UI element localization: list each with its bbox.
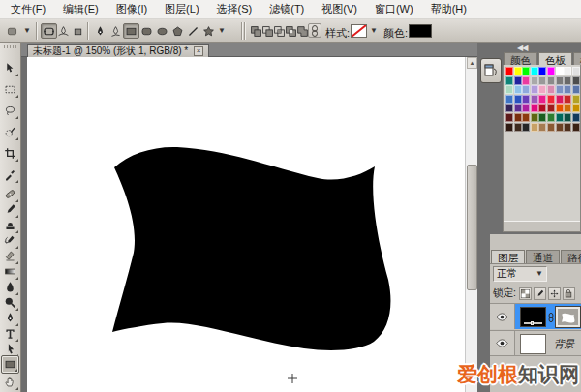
polygon-tool-button[interactable]: [169, 23, 186, 39]
color-swatch[interactable]: [522, 67, 530, 75]
color-swatch[interactable]: [547, 104, 555, 112]
vector-mask-thumbnail[interactable]: [556, 307, 580, 327]
lock-pixels-button[interactable]: [534, 287, 546, 300]
fill-pixels-button[interactable]: [70, 23, 86, 39]
eyedropper-tool[interactable]: [1, 166, 19, 184]
quick-selection-tool[interactable]: [1, 123, 19, 141]
link-style-button[interactable]: [308, 23, 321, 38]
color-swatch[interactable]: [531, 76, 538, 85]
lasso-tool[interactable]: [1, 102, 19, 120]
color-swatch[interactable]: [531, 123, 538, 132]
document-tab[interactable]: 未标题-1 @ 150% (形状 1, RGB/8) * ×: [27, 44, 209, 57]
color-swatch[interactable]: [538, 123, 546, 132]
color-swatch[interactable]: [564, 76, 571, 85]
color-swatch[interactable]: [505, 123, 513, 132]
color-swatch[interactable]: [564, 67, 571, 75]
color-swatch[interactable]: [572, 76, 580, 85]
color-swatch[interactable]: [572, 95, 580, 104]
color-swatch[interactable]: [564, 123, 571, 132]
color-swatch[interactable]: [522, 76, 530, 85]
color-swatch[interactable]: [505, 85, 513, 94]
color-swatch[interactable]: [514, 123, 522, 132]
color-swatch[interactable]: [531, 104, 538, 112]
pen-tool-button[interactable]: [92, 23, 108, 39]
color-swatch[interactable]: [522, 123, 530, 132]
menu-item[interactable]: 图层(L): [156, 0, 207, 18]
color-swatch[interactable]: [547, 85, 555, 94]
menu-item[interactable]: 选择(S): [208, 0, 261, 18]
line-tool-button[interactable]: [185, 23, 201, 39]
color-swatch[interactable]: [556, 123, 564, 132]
menu-item[interactable]: 帮助(H): [422, 0, 475, 18]
color-swatch[interactable]: [538, 76, 546, 85]
color-swatch[interactable]: [514, 67, 522, 75]
color-swatch[interactable]: [514, 76, 522, 85]
color-swatch[interactable]: [547, 113, 555, 122]
canvas-vertical-scrollbar[interactable]: ▲: [465, 57, 477, 392]
color-swatch[interactable]: [531, 67, 538, 75]
color-swatch[interactable]: [514, 85, 522, 94]
color-swatch[interactable]: [556, 95, 564, 104]
custom-shape-tool-button[interactable]: [200, 23, 217, 39]
color-swatch[interactable]: [547, 123, 555, 132]
rectangular-marquee-tool[interactable]: [1, 80, 19, 99]
color-swatch[interactable]: [538, 67, 546, 75]
layer-row-background[interactable]: 背景: [490, 330, 581, 356]
visibility-toggle[interactable]: [490, 331, 515, 355]
lock-all-button[interactable]: [563, 287, 575, 300]
color-swatch[interactable]: [514, 113, 522, 122]
freeform-pen-tool-button[interactable]: [107, 23, 124, 39]
color-swatch[interactable]: [522, 95, 530, 104]
color-swatch[interactable]: [538, 85, 546, 94]
color-swatch[interactable]: [531, 85, 538, 94]
color-swatch[interactable]: [564, 104, 571, 112]
custom-shape-arrow-icon[interactable]: ▼: [217, 23, 227, 39]
color-swatch[interactable]: [505, 95, 513, 104]
color-swatch[interactable]: [538, 104, 546, 112]
color-swatch[interactable]: [522, 104, 530, 112]
color-swatch[interactable]: [564, 95, 571, 104]
ellipse-tool-button[interactable]: [154, 23, 170, 39]
rectangle-tool-button[interactable]: [123, 23, 139, 39]
menu-item[interactable]: 滤镜(T): [260, 0, 313, 18]
tool-preset-picker[interactable]: [4, 23, 20, 39]
fill-layer-thumbnail[interactable]: [520, 307, 546, 327]
color-swatch[interactable]: [572, 104, 580, 112]
scroll-up-arrow-icon[interactable]: ▲: [467, 57, 477, 69]
color-swatch[interactable]: [514, 104, 522, 112]
color-swatch[interactable]: [564, 113, 571, 122]
menu-item[interactable]: 文件(F): [2, 0, 54, 18]
color-swatch[interactable]: [572, 85, 580, 94]
color-swatch[interactable]: [547, 76, 555, 85]
color-swatch[interactable]: [572, 123, 580, 132]
shape-color-swatch[interactable]: [409, 24, 432, 38]
color-swatch[interactable]: [531, 113, 538, 122]
blend-mode-dropdown[interactable]: 正常 ▼: [493, 266, 547, 282]
panel-dock-icon[interactable]: [480, 58, 502, 83]
color-swatch[interactable]: [505, 104, 513, 112]
rectangle-tool[interactable]: [1, 355, 19, 374]
menu-item[interactable]: 窗口(W): [366, 0, 422, 18]
crop-tool[interactable]: [1, 144, 19, 163]
canvas[interactable]: [27, 57, 465, 392]
color-swatch[interactable]: [514, 95, 522, 104]
color-swatch[interactable]: [531, 95, 538, 104]
move-tool[interactable]: [1, 59, 19, 77]
style-arrow-icon[interactable]: ▼: [369, 23, 379, 39]
menu-item[interactable]: 图像(I): [107, 0, 156, 18]
color-swatch[interactable]: [505, 113, 513, 122]
menu-item[interactable]: 视图(V): [313, 0, 366, 18]
tab-close-icon[interactable]: ×: [194, 46, 203, 56]
color-swatch[interactable]: [556, 85, 564, 94]
color-swatch[interactable]: [572, 113, 580, 122]
lock-position-button[interactable]: [548, 287, 561, 300]
color-swatch[interactable]: [505, 67, 513, 75]
color-swatch[interactable]: [556, 67, 564, 75]
background-layer-thumbnail[interactable]: [520, 334, 546, 354]
color-swatch[interactable]: [547, 95, 555, 104]
layer-row-shape[interactable]: [490, 303, 581, 329]
color-swatch[interactable]: [538, 95, 546, 104]
color-swatch[interactable]: [538, 113, 546, 122]
style-swatch-no-style[interactable]: [351, 24, 367, 38]
color-swatch[interactable]: [505, 76, 513, 85]
